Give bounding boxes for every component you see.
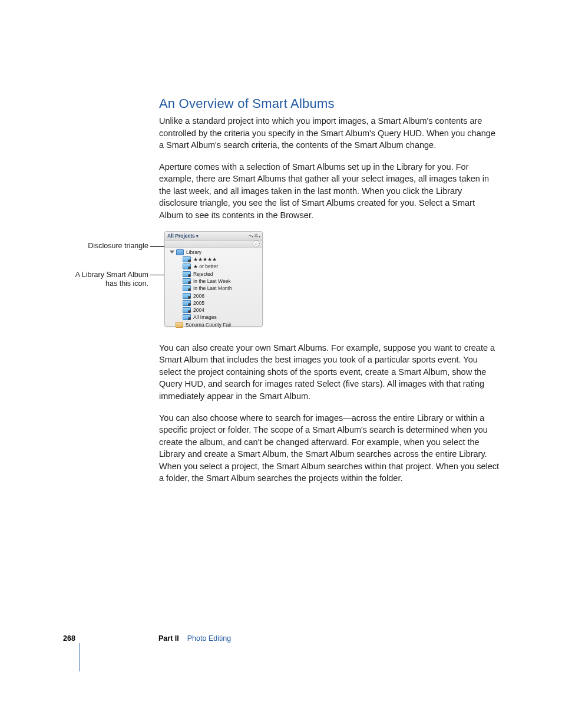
- page-footer: 268 Part II Photo Editing: [63, 634, 499, 643]
- smart-album-row[interactable]: ★ or better: [166, 263, 261, 270]
- smart-album-icon: [183, 307, 191, 313]
- smart-album-row[interactable]: In the Last Month: [166, 285, 261, 292]
- panel-header: All Projects ▾ +▾ ✲▾: [165, 232, 262, 241]
- smart-album-icon: [183, 256, 191, 262]
- row-label: Sonoma County Fair: [186, 322, 232, 328]
- callout-disclosure-triangle: Disclosure triangle: [78, 242, 148, 251]
- sidebar-tree: Library ★★★★★ ★ or better Rejected In th…: [165, 248, 262, 330]
- paragraph-3: You can also create your own Smart Album…: [159, 342, 501, 403]
- dropdown-triangle-icon: ▾: [196, 234, 199, 238]
- part-name: Photo Editing: [187, 634, 231, 643]
- action-menu-button[interactable]: ✲▾: [254, 233, 260, 239]
- part-label: Part II: [158, 634, 179, 643]
- search-icon[interactable]: ⌕: [253, 241, 260, 246]
- smart-album-icon: [183, 300, 191, 306]
- callout-smart-album-icon: A Library Smart Album has this icon.: [66, 271, 148, 289]
- callout-text-line1: A Library Smart Album: [75, 271, 148, 279]
- smart-album-row[interactable]: ★★★★★: [166, 256, 261, 263]
- callout-text-line2: has this icon.: [105, 279, 148, 288]
- smart-album-row[interactable]: 2005: [166, 299, 261, 307]
- gear-icon: ✲: [254, 233, 259, 239]
- project-icon: [176, 322, 183, 328]
- library-row[interactable]: Library: [166, 249, 261, 256]
- smart-album-icon: [183, 293, 191, 299]
- page-number: 268: [63, 634, 158, 643]
- row-label: In the Last Month: [193, 285, 232, 291]
- row-label: Rejected: [193, 271, 213, 277]
- row-label: 2005: [193, 300, 204, 306]
- projects-panel: All Projects ▾ +▾ ✲▾ ⌕ Library ★★★★★: [164, 231, 263, 327]
- paragraph-1: Unlike a standard project into which you…: [159, 115, 501, 151]
- smart-album-row[interactable]: In the Last Week: [166, 278, 261, 285]
- row-label: ★★★★★: [193, 256, 217, 262]
- section-heading: An Overview of Smart Albums: [159, 96, 501, 111]
- dropdown-triangle-icon: ▾: [252, 235, 253, 238]
- row-label: ★ or better: [193, 263, 218, 269]
- panel-title[interactable]: All Projects ▾: [167, 233, 248, 239]
- row-label: All Images: [193, 314, 217, 320]
- footer-rule: [80, 643, 80, 671]
- row-label: Library: [186, 249, 201, 255]
- disclosure-triangle-icon[interactable]: [170, 251, 174, 253]
- row-label: 2004: [193, 307, 204, 313]
- project-row[interactable]: Sonoma County Fair: [166, 321, 261, 328]
- smart-album-row[interactable]: Rejected: [166, 271, 261, 278]
- smart-album-icon: [183, 314, 191, 320]
- panel-search-row: ⌕: [165, 241, 262, 248]
- paragraph-4: You can also choose where to search for …: [159, 412, 501, 485]
- smart-album-row[interactable]: All Images: [166, 314, 261, 321]
- panel-title-text: All Projects: [167, 233, 195, 239]
- row-label: In the Last Week: [193, 278, 231, 284]
- add-button[interactable]: +▾: [248, 233, 254, 239]
- paragraph-2: Aperture comes with a selection of Smart…: [159, 161, 501, 222]
- dropdown-triangle-icon: ▾: [259, 235, 260, 238]
- smart-album-icon: [183, 285, 191, 291]
- row-label: 2006: [193, 293, 204, 299]
- figure: Disclosure triangle A Library Smart Albu…: [159, 231, 501, 328]
- smart-album-icon: [183, 278, 191, 284]
- library-icon: [176, 249, 184, 255]
- smart-album-row[interactable]: 2004: [166, 307, 261, 314]
- smart-album-icon: [183, 271, 191, 277]
- smart-album-row[interactable]: 2006: [166, 292, 261, 299]
- smart-album-icon: [183, 263, 191, 269]
